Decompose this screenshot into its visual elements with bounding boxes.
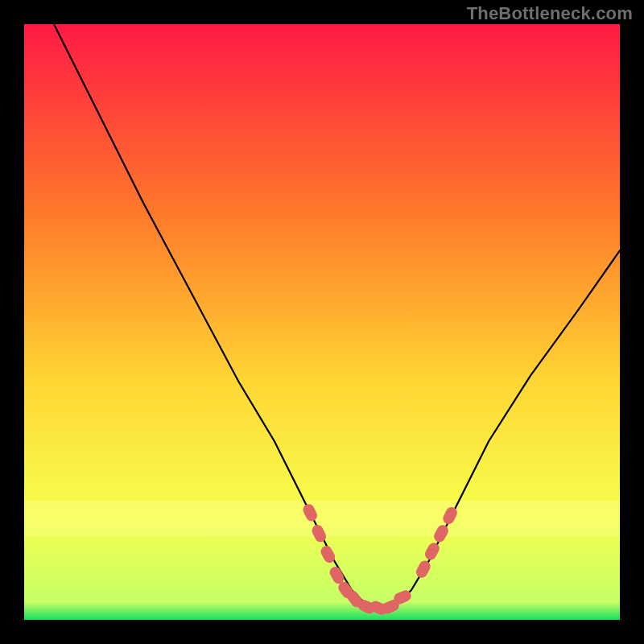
chart-frame: TheBottleneck.com	[0, 0, 644, 644]
watermark-text: TheBottleneck.com	[467, 3, 633, 24]
chart-svg	[24, 24, 620, 620]
chart-area	[24, 24, 620, 620]
